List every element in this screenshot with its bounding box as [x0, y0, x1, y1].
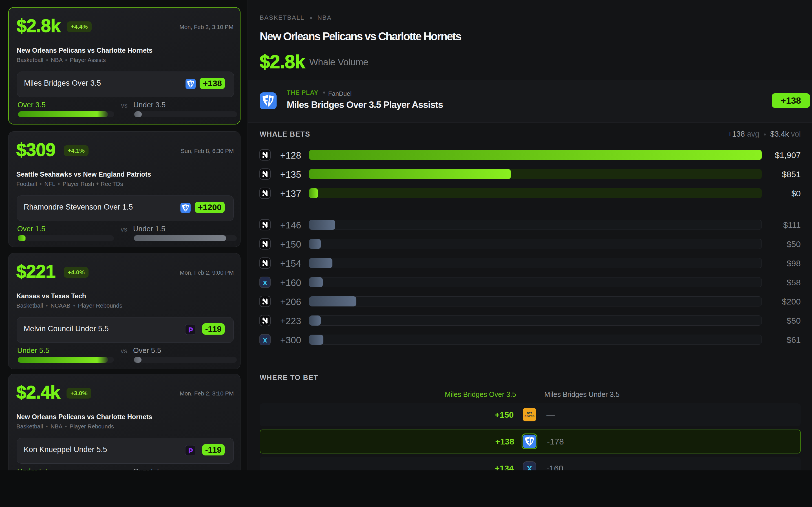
svg-text:x: x	[527, 463, 532, 470]
svg-text:RIVERS: RIVERS	[524, 414, 534, 418]
svg-text:BET: BET	[527, 412, 532, 414]
